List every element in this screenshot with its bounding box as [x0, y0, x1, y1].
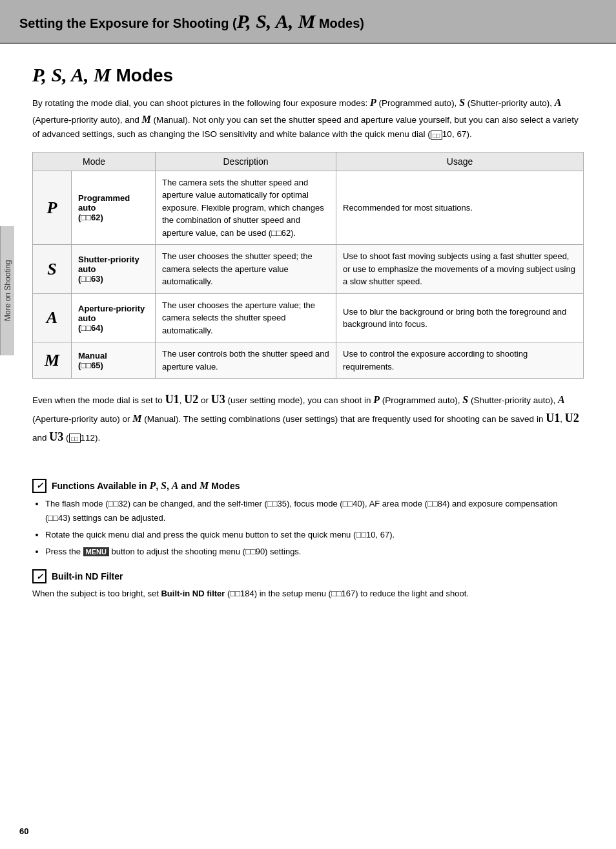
menu-button-label: MENU [83, 547, 109, 556]
modes-table: Mode Description Usage P Programmed auto… [32, 152, 584, 379]
mode-name-label-S: Shutter-priority auto [78, 255, 139, 274]
note-A: A [172, 480, 179, 491]
note-functions-header: ✓ Functions Available in P, S, A and M M… [32, 479, 584, 493]
note-functions-list: The flash mode (□□32) can be changed, an… [32, 497, 584, 559]
note-icon-1: ✓ [32, 479, 46, 493]
mode-name-A: Aperture-priority auto (□□64) [72, 293, 156, 342]
intro-P: P [370, 97, 376, 108]
book-ref-icon2: □□ [69, 434, 81, 443]
note-nd-filter: ✓ Built-in ND Filter When the subject is… [32, 569, 584, 601]
intro-M: M [142, 114, 151, 125]
intro-S: S [459, 97, 465, 108]
footer-U3b: U3 [49, 430, 63, 443]
page-header: Setting the Exposure for Shooting (P, S,… [0, 0, 616, 44]
intro-paragraph: By rotating the mode dial, you can shoot… [32, 94, 584, 142]
table-row: P Programmed auto (□□62) The camera sets… [33, 171, 584, 245]
mode-usage-S: Use to shoot fast moving subjects using … [336, 245, 584, 294]
table-row: A Aperture-priority auto (□□64) The user… [33, 293, 584, 342]
list-item: The flash mode (□□32) can be changed, an… [45, 497, 584, 525]
footer-A: A [558, 394, 565, 405]
book-ref-icon: □□ [431, 131, 442, 140]
list-item: Press the MENU button to adjust the shoo… [45, 545, 584, 559]
header-title-bold: Setting the Exposure for Shooting (P, S,… [19, 16, 364, 30]
col-mode: Mode [33, 152, 156, 171]
mode-name-S: Shutter-priority auto (□□63) [72, 245, 156, 294]
mode-ref-M: (□□65) [78, 361, 103, 370]
footer-U1b: U1 [546, 412, 560, 424]
intro-A: A [555, 97, 562, 108]
mode-name-label-M: Manual [78, 351, 107, 361]
mode-letter-A: A [33, 293, 72, 342]
nd-filter-bold: Built-in ND filter [161, 589, 225, 598]
heading-modes-suffix: Modes [116, 65, 174, 85]
note-icon-2: ✓ [32, 569, 46, 583]
mode-name-label-A: Aperture-priority auto [78, 304, 145, 323]
footer-M: M [132, 413, 141, 424]
footer-S: S [462, 394, 468, 405]
mode-usage-P: Recommended for most situations. [336, 171, 584, 245]
col-description: Description [156, 152, 336, 171]
note-functions-title: Functions Available in P, S, A and M Mod… [52, 480, 240, 492]
table-row: M Manual (□□65) The user controls both t… [33, 342, 584, 379]
mode-desc-M: The user controls both the shutter speed… [156, 342, 336, 379]
mode-ref-P: (□□62) [78, 213, 103, 222]
heading-mode-letters: P, S, A, M [32, 64, 111, 85]
mode-usage-A: Use to blur the background or bring both… [336, 293, 584, 342]
main-content: P, S, A, M Modes By rotating the mode di… [0, 44, 616, 624]
mode-desc-P: The camera sets the shutter speed and ap… [156, 171, 336, 245]
mode-usage-M: Use to control the exposure according to… [336, 342, 584, 379]
note-nd-title: Built-in ND Filter [52, 571, 123, 582]
mode-name-P: Programmed auto (□□62) [72, 171, 156, 245]
list-item: Rotate the quick menu dial and press the… [45, 528, 584, 542]
mode-name-label-P: Programmed auto [78, 193, 130, 213]
table-row: S Shutter-priority auto (□□63) The user … [33, 245, 584, 294]
col-usage: Usage [336, 152, 584, 171]
note-P: P [149, 480, 156, 491]
note-functions: ✓ Functions Available in P, S, A and M M… [32, 479, 584, 559]
footer-U1: U1 [165, 393, 180, 406]
mode-letter-S: S [33, 245, 72, 294]
section-heading: P, S, A, M Modes [32, 63, 584, 87]
mode-letter-M: M [33, 342, 72, 379]
mode-letter-P: P [33, 171, 72, 245]
footer-U2b: U2 [565, 412, 579, 424]
page-header-title: Setting the Exposure for Shooting (P, S,… [19, 10, 597, 32]
footer-U2: U2 [184, 393, 198, 406]
note-nd-header: ✓ Built-in ND Filter [32, 569, 584, 583]
mode-ref-S: (□□63) [78, 274, 103, 284]
spacer [32, 459, 584, 479]
note-S: S [161, 480, 167, 491]
table-header-row: Mode Description Usage [33, 152, 584, 171]
footer-P: P [373, 394, 380, 405]
page-wrapper: More on Shooting Setting the Exposure fo… [0, 0, 616, 849]
page-number: 60 [19, 826, 28, 836]
note-M: M [200, 480, 209, 491]
footer-U3: U3 [211, 393, 225, 406]
mode-desc-A: The user chooses the aperture value; the… [156, 293, 336, 342]
footer-paragraph: Even when the mode dial is set to U1, U2… [32, 390, 584, 446]
header-mode-letters: P, S, A, M [237, 10, 316, 32]
mode-name-M: Manual (□□65) [72, 342, 156, 379]
note-nd-body: When the subject is too bright, set Buil… [32, 587, 584, 601]
mode-desc-S: The user chooses the shutter speed; the … [156, 245, 336, 294]
mode-ref-A: (□□64) [78, 323, 103, 333]
